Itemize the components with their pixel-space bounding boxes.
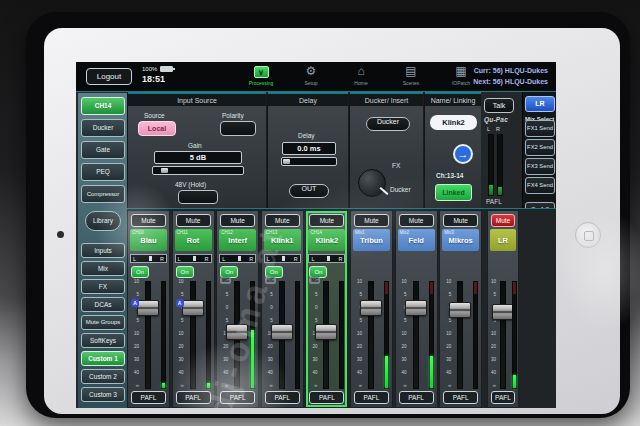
mix-select-fx2-send[interactable]: FX2 Send: [525, 139, 555, 156]
mute-button[interactable]: Mute: [176, 214, 211, 227]
library-button[interactable]: Library: [85, 211, 121, 231]
sidebar-item-dcas[interactable]: DCAs: [81, 297, 125, 312]
nav-scenes[interactable]: ▤Scenes: [394, 63, 428, 91]
sidebar-item-peq[interactable]: PEQ: [81, 163, 125, 181]
meter-fill: [251, 330, 254, 388]
pafl-button[interactable]: PAFL: [265, 391, 300, 404]
insert-select-knob[interactable]: [358, 169, 386, 197]
fader-scale-label: ∞: [352, 383, 362, 388]
fader-cap[interactable]: [137, 300, 159, 316]
polarity-label: Polarity: [222, 112, 244, 119]
on-button[interactable]: On: [131, 266, 149, 278]
pafl-meter-label: PAFL: [486, 198, 502, 205]
mute-button[interactable]: Mute: [265, 214, 300, 227]
panel-input-source: Input Source Source Local Polarity Gain …: [127, 92, 266, 208]
fader-cap[interactable]: [405, 300, 427, 316]
nav-processing[interactable]: ∨Processing: [244, 63, 278, 91]
channel-name-plate[interactable]: Mix3Mikros: [442, 229, 479, 251]
sidebar-item-compressor[interactable]: Compressor: [81, 185, 125, 203]
sidebar-item-fx[interactable]: FX: [81, 279, 125, 294]
phantom-button[interactable]: [178, 190, 218, 204]
mute-button[interactable]: Mute: [354, 214, 389, 227]
fader-cap[interactable]: [492, 304, 514, 320]
channel-name-plate[interactable]: CH14Klink2: [308, 229, 345, 251]
talk-button[interactable]: Talk: [484, 98, 514, 113]
channel-name-plate[interactable]: LR: [490, 229, 516, 251]
pan-bar[interactable]: LR: [264, 254, 301, 263]
pan-bar[interactable]: LR: [308, 254, 345, 263]
sidebar-item-custom-2[interactable]: Custom 2: [81, 369, 125, 384]
channel-name-plate[interactable]: Mix2Feld: [398, 229, 435, 251]
channel-name-plate[interactable]: CH11Rot: [175, 229, 212, 251]
pafl-button[interactable]: PAFL: [443, 391, 478, 404]
fader-cap[interactable]: [315, 324, 337, 340]
fader-cap[interactable]: [271, 324, 293, 340]
pafl-button[interactable]: PAFL: [220, 391, 255, 404]
ducker-button[interactable]: Ducker: [366, 117, 410, 131]
channel-name-plate[interactable]: CH13Klink1: [264, 229, 301, 251]
pan-bar[interactable]: LR: [130, 254, 167, 263]
mix-select-lr[interactable]: LR: [525, 96, 555, 112]
sidebar-item-inputs[interactable]: Inputs: [81, 243, 125, 258]
mix-select-fx1-send[interactable]: FX1 Send: [525, 120, 555, 137]
linked-button[interactable]: Linked: [435, 184, 472, 201]
sidebar-item-ch14[interactable]: CH14: [81, 97, 125, 115]
fader-cap[interactable]: [360, 300, 382, 316]
mute-button[interactable]: Mute: [399, 214, 434, 227]
logout-button[interactable]: Logout: [86, 68, 132, 85]
top-nav: ∨Processing⚙Setup⌂Home▤Scenes▦IOPatch: [244, 63, 478, 91]
sidebar-item-softkeys[interactable]: SoftKeys: [81, 333, 125, 348]
mute-button[interactable]: Mute: [443, 214, 478, 227]
pafl-button[interactable]: PAFL: [309, 391, 344, 404]
sidebar-item-ducker[interactable]: Ducker: [81, 119, 125, 137]
knob-option-fx: FX: [392, 162, 400, 169]
sidebar-item-gate[interactable]: Gate: [81, 141, 125, 159]
mute-button[interactable]: Mute: [131, 214, 166, 227]
sidebar-item-mix[interactable]: Mix: [81, 261, 125, 276]
sidebar-item-custom-3[interactable]: Custom 3: [81, 387, 125, 402]
channel-name-plate[interactable]: CH10Blau: [130, 229, 167, 251]
fader-scale-label: 10: [486, 331, 496, 336]
sidebar-item-mute-groups[interactable]: Mute Groups: [81, 315, 125, 330]
mute-button[interactable]: Mute: [491, 214, 515, 227]
battery-status: 100%: [142, 66, 173, 72]
channel-number: Mix2: [400, 230, 410, 235]
fader-cap[interactable]: [182, 300, 204, 316]
fader-scale-label: 10: [441, 279, 451, 284]
pafl-button[interactable]: PAFL: [354, 391, 389, 404]
assign-badge: A: [131, 299, 139, 307]
gain-slider-knob[interactable]: [161, 168, 168, 173]
nav-home[interactable]: ⌂Home: [344, 63, 378, 91]
fader-scale-label: ∞: [441, 383, 451, 388]
pafl-button[interactable]: PAFL: [399, 391, 434, 404]
pafl-button[interactable]: PAFL: [176, 391, 211, 404]
mix-select-fx4-send[interactable]: FX4 Send: [525, 177, 555, 194]
fader-scale-label: 40: [218, 370, 228, 375]
pan-bar[interactable]: LR: [175, 254, 212, 263]
pan-r-label: R: [338, 255, 342, 263]
nav-setup[interactable]: ⚙Setup: [294, 63, 328, 91]
polarity-button[interactable]: [220, 121, 256, 136]
sidebar-item-custom-1[interactable]: Custom 1: [81, 351, 125, 366]
delay-slider-knob[interactable]: [283, 159, 290, 164]
source-local-button[interactable]: Local: [138, 121, 176, 136]
strip-klink2: MuteCH14Klink2LROn1050510203040∞MGPAFL: [305, 210, 348, 408]
channel-name-field[interactable]: Klink2: [430, 115, 477, 130]
mute-button[interactable]: Mute: [220, 214, 255, 227]
fader-cap[interactable]: [226, 324, 248, 340]
channel-name-plate[interactable]: CH12Interf: [219, 229, 256, 251]
on-button[interactable]: On: [176, 266, 194, 278]
gain-slider[interactable]: [152, 166, 244, 175]
channel-name-plate[interactable]: Mix1Tribun: [353, 229, 390, 251]
delay-out-button[interactable]: OUT: [289, 184, 329, 198]
pan-bar[interactable]: LR: [219, 254, 256, 263]
home-button[interactable]: [575, 222, 601, 248]
mix-select-fx3-send[interactable]: FX3 Send: [525, 158, 555, 175]
pafl-button[interactable]: PAFL: [131, 391, 166, 404]
delay-slider[interactable]: [281, 157, 337, 166]
mute-button[interactable]: Mute: [309, 214, 344, 227]
next-channel-arrow-button[interactable]: →: [453, 144, 473, 164]
pafl-button[interactable]: PAFL: [491, 391, 515, 404]
strip-blau: MuteCH10BlauLROn1050510203040∞APAFL: [127, 210, 170, 408]
fader-cap[interactable]: [449, 302, 471, 318]
